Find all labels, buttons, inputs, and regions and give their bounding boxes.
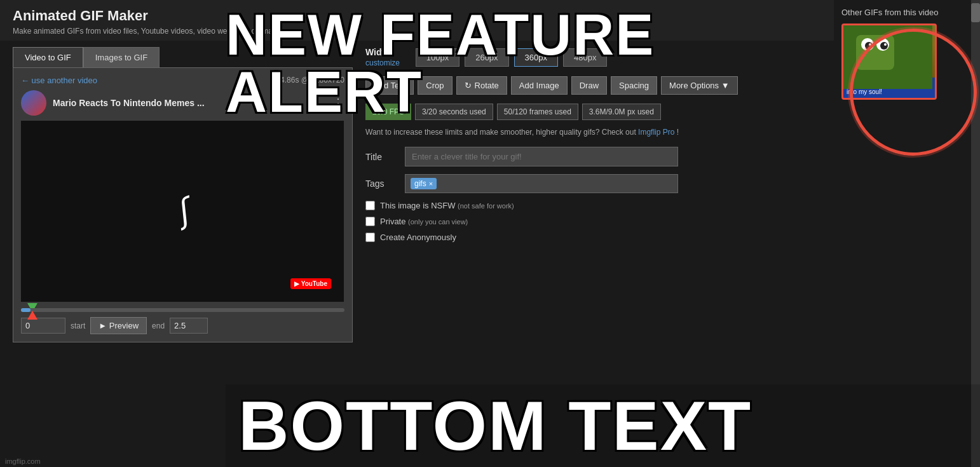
tabs: Video to GIF Images to GIF — [13, 47, 353, 67]
width-customize-link[interactable]: customize — [365, 58, 403, 67]
private-label[interactable]: Private (only you can view) — [380, 217, 468, 226]
tag-remove[interactable]: × — [429, 180, 433, 187]
tags-row: Tags gifs × — [365, 174, 967, 193]
video-panel: ← use another video 484.86s @ 1280x720 M… — [13, 67, 353, 342]
header: Animated GIF Maker Make animated GIFs fr… — [0, 0, 980, 41]
video-options-button[interactable]: ⋮ — [332, 95, 344, 111]
timeline — [21, 308, 344, 312]
seconds-stat: 3/20 seconds used — [415, 104, 493, 120]
nsfw-label[interactable]: This image is NSFW (not safe for work) — [380, 201, 514, 210]
site-attribution: imgflip.com — [5, 457, 41, 465]
tab-images-to-gif[interactable]: Images to GIF — [83, 47, 160, 67]
pro-link[interactable]: Imgflip Pro — [638, 128, 674, 137]
youtube-logo: ▶ YouTube — [290, 278, 331, 289]
title-input[interactable] — [405, 147, 678, 166]
width-100px[interactable]: 100px — [416, 48, 459, 67]
main-layout: Video to GIF Images to GIF ← use another… — [0, 41, 980, 349]
width-260px[interactable]: 260px — [465, 48, 508, 67]
sidebar-title: Other GIFs from this video — [841, 8, 972, 17]
spacing-button[interactable]: Spacing — [611, 76, 657, 95]
svg-point-4 — [865, 42, 873, 50]
meme-bottom-text: BOTTOM TEXT — [226, 384, 980, 467]
add-image-button[interactable]: Add Image — [511, 76, 568, 95]
timeline-end-marker[interactable] — [27, 311, 37, 320]
width-label: Width — [365, 47, 390, 57]
use-another-link[interactable]: ← use another video — [21, 76, 97, 85]
preview-button[interactable]: ► Preview — [90, 317, 147, 334]
rotate-label: Rotate — [475, 81, 499, 90]
tags-container[interactable]: gifs × — [405, 174, 678, 193]
add-text-button[interactable]: Add Text — [365, 76, 414, 95]
width-480px[interactable]: 480px — [563, 48, 607, 67]
more-options-button[interactable]: More Options ▼ — [661, 76, 738, 95]
width-options: 100px 260px 360px 480px — [416, 48, 608, 67]
sidebar-gif[interactable]: SMG4: I feel like it's staring into my s… — [841, 24, 937, 100]
draw-button[interactable]: Draw — [571, 76, 607, 95]
video-container[interactable]: ʃ ▶ YouTube — [21, 121, 344, 302]
start-label: start — [71, 321, 85, 330]
video-meta: 484.86s @ 1280x720 — [272, 76, 344, 85]
width-360px[interactable]: 360px — [514, 48, 558, 67]
svg-point-5 — [880, 42, 888, 50]
right-sidebar: Other GIFs from this video SMG4: I feel … — [834, 0, 980, 107]
rotate-icon: ↻ — [465, 81, 472, 90]
private-row: Private (only you can view) — [365, 217, 967, 226]
anon-row: Create Anonymously — [365, 233, 967, 242]
app-subtitle: Make animated GIFs from video files, You… — [13, 27, 967, 36]
rotate-button[interactable]: ↻ Rotate — [456, 76, 507, 95]
crop-button[interactable]: Crop — [418, 76, 452, 95]
frames-stat: 50/120 frames used — [497, 104, 578, 120]
svg-rect-1 — [856, 35, 894, 70]
nsfw-checkbox[interactable] — [365, 201, 375, 210]
video-thumbnail — [21, 90, 46, 116]
svg-point-6 — [869, 43, 871, 46]
youtube-branding: ▶ YouTube — [290, 278, 331, 289]
end-label: end — [152, 321, 165, 330]
anon-checkbox[interactable] — [365, 233, 375, 242]
private-checkbox[interactable] — [365, 217, 375, 226]
fps-stat: 20.0 FPS — [365, 104, 411, 120]
pro-text: Want to increase these limits and make s… — [365, 126, 967, 138]
gif-preview-image — [843, 25, 932, 89]
app-title: Animated GIF Maker — [13, 8, 967, 24]
end-time-input[interactable] — [170, 318, 208, 334]
start-time-input[interactable] — [21, 318, 65, 334]
scroll-thumb[interactable] — [971, 3, 980, 22]
swoosh: ʃ — [163, 193, 201, 231]
tag-gifs[interactable]: gifs × — [411, 178, 437, 189]
tags-label: Tags — [365, 179, 397, 189]
scrollbar[interactable] — [971, 0, 980, 467]
left-panel: Video to GIF Images to GIF ← use another… — [13, 41, 353, 342]
pixels-stat: 3.6M/9.0M px used — [582, 104, 661, 120]
video-title: Mario Reacts To Nintendo Memes ... — [53, 98, 205, 108]
nsfw-row: This image is NSFW (not safe for work) — [365, 201, 967, 210]
title-row: Title — [365, 147, 967, 166]
controls-row: start ► Preview end — [21, 317, 344, 334]
svg-point-7 — [884, 43, 887, 46]
anon-label[interactable]: Create Anonymously — [380, 233, 456, 242]
timeline-bar[interactable] — [21, 308, 344, 312]
title-label: Title — [365, 152, 397, 162]
tag-label: gifs — [414, 179, 426, 188]
video-info-row: Mario Reacts To Nintendo Memes ... ⋮ — [21, 90, 344, 116]
tab-video-to-gif[interactable]: Video to GIF — [13, 47, 83, 67]
